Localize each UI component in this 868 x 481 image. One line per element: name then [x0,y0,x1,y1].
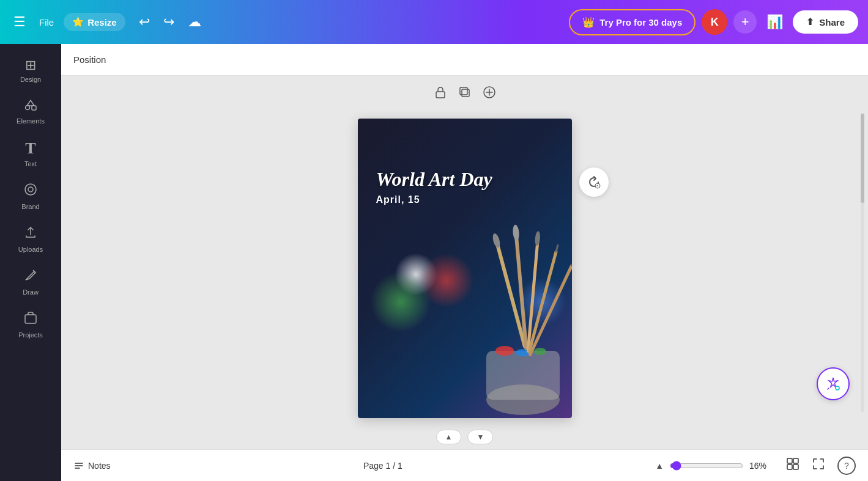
svg-rect-32 [793,464,798,469]
svg-point-24 [491,233,501,249]
sidebar-item-elements[interactable]: Elements [3,92,58,131]
redo-button[interactable]: ↪ [160,10,178,34]
svg-point-2 [25,184,36,195]
svg-rect-21 [555,244,559,252]
bottom-bar: Notes Page 1 / 1 ▲ 16% [61,449,868,481]
resize-button[interactable]: ⭐ Resize [64,13,125,31]
notes-button[interactable]: Notes [73,460,111,471]
canvas-text: World Art Day April, 15 [376,167,492,205]
main-layout: ⊞ Design Elements T Text [0,44,868,481]
undo-button[interactable]: ↩ [135,10,154,34]
svg-rect-4 [25,315,36,323]
svg-point-11 [495,346,514,356]
cloud-save-button[interactable]: ☁ [184,10,205,34]
scrollbar[interactable] [861,113,864,412]
page-nav: ▲ ▼ [436,430,494,444]
zoom-level: 16% [749,461,774,471]
svg-rect-7 [460,87,467,95]
top-bar: Position [61,44,868,76]
brand-icon [23,182,38,200]
sidebar-item-uploads[interactable]: Uploads [3,219,58,259]
canvas-top-controls [434,86,496,102]
canvas-title: World Art Day [376,167,492,191]
header-left: ☰ File ⭐ Resize ↩ ↪ ☁ [10,10,205,34]
page-prev-button[interactable]: ▲ [436,430,462,444]
canvas-subtitle: April, 15 [376,194,492,205]
svg-point-26 [534,231,540,246]
design-icon: ⊞ [25,57,36,73]
sidebar-item-draw[interactable]: Draw [3,262,58,302]
add-page-button[interactable] [483,86,496,102]
svg-rect-6 [462,89,469,97]
duplicate-button[interactable] [458,86,472,102]
rotate-button[interactable] [579,167,609,197]
header-actions: ↩ ↪ ☁ [135,10,205,34]
content-area: Position [61,44,868,481]
projects-icon [23,310,38,329]
page-title: Position [73,54,106,65]
add-team-button[interactable]: + [733,10,757,34]
zoom-up-icon[interactable]: ▲ [655,461,664,471]
sidebar-item-projects[interactable]: Projects [3,304,58,345]
page-info: Page 1 / 1 [363,461,402,471]
crown-icon: 👑 [582,17,595,28]
text-icon: T [25,139,35,158]
svg-point-13 [534,348,546,355]
help-button[interactable]: ? [837,457,856,475]
canvas-wrapper: World Art Day April, 15 [358,119,572,418]
header-right: 👑 Try Pro for 30 days K + 📊 ⬆ Share [569,9,858,35]
header: ☰ File ⭐ Resize ↩ ↪ ☁ 👑 Try Pro for 30 d… [0,0,868,44]
svg-rect-31 [787,464,792,469]
svg-rect-0 [32,106,36,110]
svg-rect-10 [486,351,560,400]
svg-rect-30 [793,458,798,463]
zoom-controls: ▲ 16% [655,461,774,471]
magic-button[interactable] [817,367,850,400]
menu-button[interactable]: ☰ [10,10,29,34]
svg-point-3 [28,187,33,192]
uploads-icon [23,225,38,243]
zoom-slider[interactable] [670,461,743,471]
svg-rect-5 [436,92,445,98]
svg-point-28 [836,386,839,390]
file-button[interactable]: File [39,17,54,28]
page-next-button[interactable]: ▼ [468,430,494,444]
elements-icon [24,98,37,115]
bokeh-green [370,271,431,332]
analytics-button[interactable]: 📊 [763,10,787,34]
fullscreen-button[interactable] [812,457,825,474]
sidebar: ⊞ Design Elements T Text [0,44,61,481]
sidebar-item-text[interactable]: T Text [3,133,58,174]
draw-icon [23,268,38,286]
lock-button[interactable] [434,86,447,102]
canvas-card[interactable]: World Art Day April, 15 [358,119,572,418]
canvas-background: World Art Day April, 15 [358,119,572,418]
star-icon: ⭐ [72,17,84,28]
share-button[interactable]: ⬆ Share [793,10,858,34]
avatar-button[interactable]: K [702,9,727,35]
canvas-area: World Art Day April, 15 [61,76,868,449]
grid-view-button[interactable] [786,457,799,474]
try-pro-button[interactable]: 👑 Try Pro for 30 days [569,9,696,35]
svg-point-25 [512,224,519,241]
share-icon: ⬆ [806,17,814,28]
sidebar-item-design[interactable]: ⊞ Design [3,51,58,89]
scrollbar-thumb[interactable] [861,114,864,204]
sidebar-item-brand[interactable]: Brand [3,176,58,216]
svg-rect-29 [787,458,792,463]
brushes-area [450,222,572,418]
